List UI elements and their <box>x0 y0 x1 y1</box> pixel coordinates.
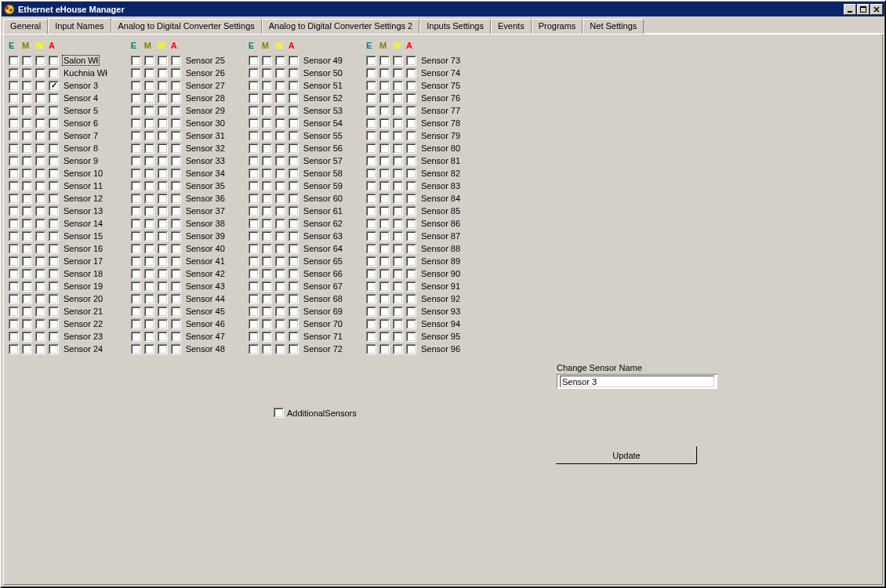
change-name-input[interactable]: Sensor 3 <box>557 374 717 389</box>
checkbox-w[interactable] <box>393 93 403 103</box>
checkbox-e[interactable] <box>366 194 376 204</box>
checkbox-m[interactable] <box>22 131 32 141</box>
sensor-label[interactable]: Sensor 36 <box>184 194 225 203</box>
checkbox-a[interactable] <box>49 269 59 279</box>
tab-programs[interactable]: Programs <box>532 19 583 34</box>
sensor-label[interactable]: Sensor 34 <box>184 169 225 178</box>
checkbox-e[interactable] <box>9 181 19 191</box>
checkbox-e[interactable] <box>131 118 141 129</box>
checkbox-m[interactable] <box>144 281 154 292</box>
checkbox-m[interactable] <box>144 68 154 78</box>
checkbox-w[interactable] <box>275 281 285 292</box>
checkbox-m[interactable] <box>262 169 272 179</box>
checkbox-w[interactable] <box>275 81 285 91</box>
checkbox-w[interactable] <box>158 156 168 166</box>
checkbox-a[interactable] <box>406 256 416 267</box>
sensor-label[interactable]: Sensor 72 <box>302 344 343 354</box>
checkbox-a[interactable] <box>49 344 59 354</box>
checkbox-m[interactable] <box>144 156 154 166</box>
checkbox-a[interactable] <box>171 344 181 354</box>
checkbox-e[interactable] <box>9 344 19 354</box>
checkbox-w[interactable] <box>275 143 285 154</box>
checkbox-e[interactable] <box>366 106 376 116</box>
checkbox-w[interactable] <box>275 231 285 241</box>
sensor-label[interactable]: Sensor 83 <box>419 181 460 191</box>
checkbox-a[interactable] <box>171 81 181 91</box>
checkbox-m[interactable] <box>262 56 272 66</box>
checkbox-w[interactable] <box>35 281 45 292</box>
sensor-label[interactable]: Sensor 23 <box>62 332 103 341</box>
checkbox-m[interactable] <box>22 56 32 66</box>
checkbox-a[interactable] <box>289 106 299 116</box>
sensor-label[interactable]: Sensor 13 <box>62 206 103 216</box>
sensor-label[interactable]: Sensor 41 <box>184 256 225 266</box>
checkbox-e[interactable] <box>249 118 259 129</box>
checkbox-a[interactable] <box>49 93 59 103</box>
sensor-label[interactable]: Sensor 57 <box>302 156 343 165</box>
checkbox-e[interactable] <box>249 269 259 279</box>
checkbox-w[interactable] <box>275 93 285 103</box>
checkbox-m[interactable] <box>144 181 154 191</box>
checkbox-w[interactable] <box>393 269 403 279</box>
checkbox-a[interactable] <box>171 181 181 191</box>
checkbox-a[interactable]: ✓ <box>49 81 59 91</box>
checkbox-a[interactable] <box>171 131 181 141</box>
checkbox-e[interactable] <box>249 344 259 354</box>
checkbox-w[interactable] <box>275 294 285 304</box>
checkbox-m[interactable] <box>22 256 32 267</box>
sensor-label[interactable]: Sensor 68 <box>302 294 343 303</box>
checkbox-m[interactable] <box>379 56 390 66</box>
sensor-label[interactable]: Sensor 31 <box>184 131 225 140</box>
checkbox-a[interactable] <box>289 156 299 166</box>
checkbox-a[interactable] <box>49 244 59 254</box>
checkbox-w[interactable] <box>35 194 45 204</box>
checkbox-m[interactable] <box>379 231 390 241</box>
checkbox-m[interactable] <box>379 332 390 342</box>
checkbox-a[interactable] <box>406 219 416 229</box>
checkbox-e[interactable] <box>9 118 19 129</box>
sensor-label[interactable]: Sensor 56 <box>302 143 343 153</box>
checkbox-w[interactable] <box>393 332 403 342</box>
sensor-label[interactable]: Sensor 58 <box>302 169 343 178</box>
checkbox-e[interactable] <box>131 319 141 329</box>
sensor-label[interactable]: Sensor 59 <box>302 181 343 191</box>
checkbox-a[interactable] <box>49 307 59 317</box>
checkbox-a[interactable] <box>171 332 181 342</box>
tab-events[interactable]: Events <box>491 19 532 34</box>
checkbox-m[interactable] <box>22 244 32 254</box>
checkbox-a[interactable] <box>49 332 59 342</box>
checkbox-w[interactable] <box>393 68 403 78</box>
checkbox-e[interactable] <box>9 319 19 329</box>
checkbox-e[interactable] <box>249 206 259 216</box>
checkbox-a[interactable] <box>289 307 299 317</box>
checkbox-e[interactable] <box>9 56 19 66</box>
checkbox-a[interactable] <box>171 68 181 78</box>
checkbox-w[interactable] <box>35 93 45 103</box>
checkbox-e[interactable] <box>131 169 141 179</box>
sensor-label[interactable]: Sensor 96 <box>419 344 460 354</box>
checkbox-a[interactable] <box>289 332 299 342</box>
checkbox-a[interactable] <box>171 231 181 241</box>
sensor-label[interactable]: Sensor 70 <box>302 319 343 328</box>
checkbox-e[interactable] <box>131 294 141 304</box>
checkbox-a[interactable] <box>49 106 59 116</box>
checkbox-w[interactable] <box>35 307 45 317</box>
sensor-label[interactable]: Sensor 18 <box>62 269 103 278</box>
checkbox-m[interactable] <box>144 269 154 279</box>
sensor-label[interactable]: Sensor 67 <box>302 281 343 291</box>
checkbox-w[interactable] <box>393 81 403 91</box>
checkbox-w[interactable] <box>158 294 168 304</box>
checkbox-a[interactable] <box>49 169 59 179</box>
checkbox-m[interactable] <box>22 156 32 166</box>
checkbox-m[interactable] <box>144 344 154 354</box>
sensor-label[interactable]: Sensor 27 <box>184 81 225 90</box>
checkbox-e[interactable] <box>249 81 259 91</box>
checkbox-a[interactable] <box>406 269 416 279</box>
checkbox-m[interactable] <box>144 81 154 91</box>
checkbox-w[interactable] <box>158 332 168 342</box>
checkbox-e[interactable] <box>249 244 259 254</box>
tab-inputs-settings[interactable]: Inputs Settings <box>419 19 491 34</box>
checkbox-m[interactable] <box>379 307 390 317</box>
checkbox-e[interactable] <box>249 219 259 229</box>
checkbox-e[interactable] <box>249 231 259 241</box>
